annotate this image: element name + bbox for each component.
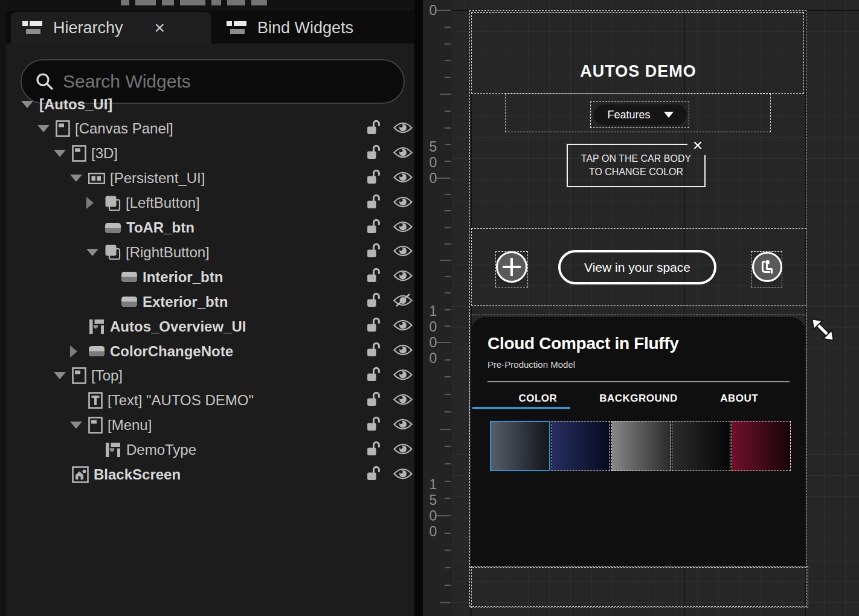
tree-row-label: Exterior_btn — [143, 294, 228, 310]
ruler-tick — [445, 567, 451, 568]
tree-row-label: [Canvas Panel] — [75, 120, 173, 137]
color-swatch-steel-blue[interactable] — [490, 421, 550, 471]
eye-icon[interactable] — [393, 467, 413, 481]
lock-icon[interactable] — [366, 193, 382, 210]
eye-icon[interactable] — [393, 393, 413, 406]
tree-row-label: Autos_Overview_UI — [110, 318, 246, 335]
lock-icon[interactable] — [366, 440, 382, 457]
note-line-2: TO CHANGE COLOR — [589, 165, 683, 179]
overlay-icon — [105, 244, 121, 260]
tree-row-autos-overview-ui[interactable]: Autos_Overview_UI — [6, 314, 478, 339]
tree-row-blackscreen[interactable]: BlackScreen — [6, 463, 462, 487]
button-icon — [121, 271, 138, 283]
eye-icon[interactable] — [393, 269, 413, 283]
color-swatch-crimson[interactable] — [732, 421, 791, 471]
lock-icon[interactable] — [366, 119, 382, 135]
color-change-note[interactable]: TAP ON THE CAR BODY TO CHANGE COLOR × — [567, 144, 706, 187]
text-widget-title[interactable]: AUTOS DEMO — [471, 58, 805, 85]
view-button-label: View in your space — [584, 260, 690, 275]
ruler-tick — [445, 243, 451, 245]
add-button[interactable] — [496, 251, 527, 283]
eye-icon[interactable] — [393, 220, 413, 234]
tab-background[interactable]: BACKGROUND — [588, 388, 689, 409]
ruler-tick — [445, 194, 451, 195]
card-subtitle: Pre-Production Model — [487, 359, 575, 370]
eye-icon[interactable] — [393, 318, 413, 332]
tab-color[interactable]: COLOR — [487, 388, 588, 409]
expander-expanded-icon[interactable] — [54, 150, 66, 157]
lock-icon[interactable] — [366, 366, 382, 382]
card-tab-row: COLOR BACKGROUND ABOUT — [487, 388, 790, 409]
canvas-panel-icon — [72, 367, 86, 384]
expander-expanded-icon[interactable] — [21, 101, 33, 108]
textblock-icon — [88, 392, 103, 409]
tree-row-persistent-ui[interactable]: [Persistent_UI] — [6, 166, 478, 191]
lock-icon[interactable] — [366, 242, 382, 258]
ruler-tick — [445, 227, 451, 228]
eye-icon[interactable] — [393, 244, 413, 258]
lock-icon[interactable] — [366, 415, 382, 432]
eye-off-icon[interactable] — [393, 294, 413, 307]
expander-expanded-icon[interactable] — [54, 372, 66, 379]
lock-icon[interactable] — [366, 144, 382, 160]
canvas-panel-icon — [88, 417, 103, 434]
overview-card[interactable]: Cloud Compact in Fluffy Pre-Production M… — [471, 317, 805, 566]
eye-icon[interactable] — [393, 368, 413, 382]
ruler-tick — [445, 210, 451, 211]
ruler-tick — [445, 550, 451, 551]
ruler-label-0: 0 — [425, 2, 441, 18]
expander-collapsed-icon[interactable] — [70, 345, 77, 358]
tree-row-text-autos-demo[interactable]: [Text] "AUTOS DEMO" — [6, 388, 478, 413]
tree-row-canvas-panel[interactable]: [Canvas Panel] — [6, 117, 446, 141]
color-swatch-silver[interactable] — [611, 421, 671, 471]
lock-icon[interactable] — [366, 316, 382, 333]
tree-row-autos-ui[interactable]: [Autos_UI] — [6, 92, 430, 117]
tree-row-colorchangenote[interactable]: ColorChangeNote — [6, 339, 478, 364]
tree-row-label: [RightButton] — [126, 244, 210, 261]
view-in-your-space-button[interactable]: View in your space — [558, 250, 716, 284]
resize-cursor-icon — [806, 313, 840, 347]
lock-icon[interactable] — [366, 391, 382, 407]
lock-icon[interactable] — [366, 168, 382, 185]
active-tab-underline — [472, 407, 570, 409]
tree-row-menu[interactable]: [Menu] — [6, 413, 478, 438]
panel-splitter[interactable] — [414, 0, 423, 616]
ruler-tick — [445, 77, 451, 78]
ruler-tick — [440, 94, 451, 95]
color-swatch-navy[interactable] — [552, 421, 611, 471]
color-swatch-black[interactable] — [672, 421, 731, 471]
tree-row-3d[interactable]: [3D] — [6, 141, 462, 166]
interior-seat-button[interactable] — [752, 252, 782, 282]
expander-expanded-icon[interactable] — [86, 249, 98, 256]
ruler-tick — [445, 309, 451, 310]
designer-canvas: 05 0 01 0 0 01 5 0 0 AUTOS DEMO Features… — [423, 0, 859, 616]
ruler-tick — [445, 481, 451, 482]
close-note-icon[interactable]: × — [687, 137, 708, 155]
eye-icon[interactable] — [393, 343, 413, 357]
lock-icon[interactable] — [366, 465, 382, 481]
ruler-tick — [445, 463, 451, 464]
features-dropdown-button[interactable]: Features — [592, 103, 689, 127]
ruler-tick — [445, 533, 451, 534]
lock-icon[interactable] — [366, 341, 382, 358]
expander-collapsed-icon[interactable] — [86, 197, 94, 209]
expander-expanded-icon[interactable] — [37, 125, 50, 132]
plus-icon — [503, 258, 521, 276]
tree-row-label: BlackScreen — [94, 466, 181, 483]
expander-expanded-icon[interactable] — [70, 175, 82, 182]
chevron-down-icon — [664, 112, 674, 118]
eye-icon[interactable] — [393, 417, 413, 431]
lock-icon[interactable] — [366, 218, 382, 234]
eye-icon[interactable] — [393, 195, 413, 209]
button-icon — [121, 296, 138, 307]
lock-icon[interactable] — [366, 292, 382, 308]
lock-icon[interactable] — [366, 267, 382, 283]
eye-icon[interactable] — [393, 146, 413, 159]
eye-icon[interactable] — [393, 170, 413, 184]
ruler-tick — [445, 376, 451, 377]
expander-expanded-icon[interactable] — [70, 422, 82, 429]
eye-icon[interactable] — [393, 121, 413, 135]
eye-icon[interactable] — [393, 442, 413, 456]
tab-about[interactable]: ABOUT — [689, 388, 790, 409]
tree-row-top[interactable]: [Top] — [6, 364, 462, 388]
